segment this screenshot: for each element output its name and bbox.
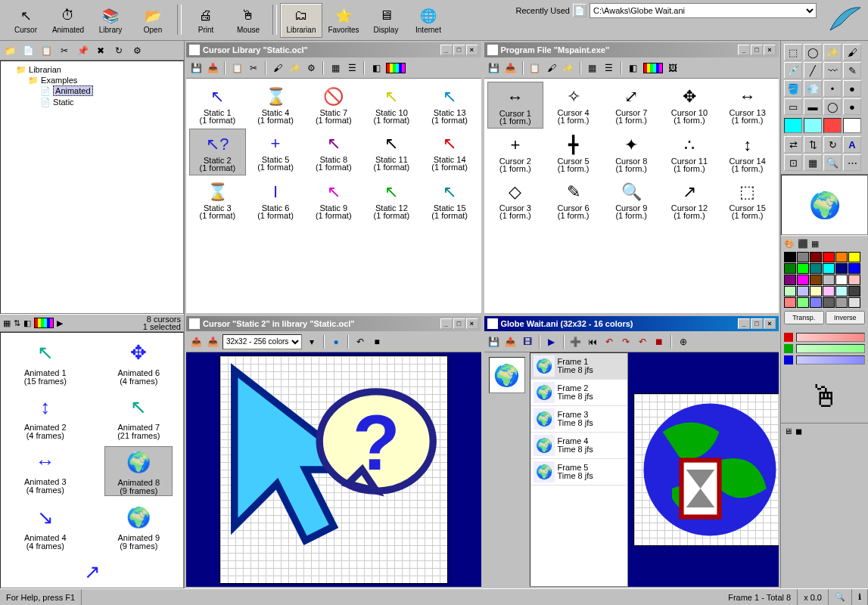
export-icon[interactable]: 📤	[189, 335, 203, 349]
librarian-tree[interactable]: Librarian Examples 📄 Animated 📄 Static	[0, 60, 184, 314]
toolbar-internet-button[interactable]: 🌐Internet	[407, 3, 450, 38]
palette-color[interactable]	[784, 297, 796, 308]
monitor-icon[interactable]: 🖥	[784, 427, 792, 436]
cut-icon[interactable]: ✂	[247, 61, 260, 75]
anim-item[interactable]: ✥Animated 6(4 frames)	[104, 337, 173, 386]
palette-color[interactable]	[784, 252, 796, 262]
line-tool-icon[interactable]: ╱	[804, 62, 822, 79]
cursor-item[interactable]: ↖Static 1(1 format)	[189, 82, 246, 127]
palette-color[interactable]	[835, 275, 848, 285]
play-icon[interactable]: ▶	[545, 335, 558, 349]
dot2-icon[interactable]: ●	[843, 80, 861, 97]
brush-icon[interactable]: 🖌	[271, 61, 285, 75]
frame-item[interactable]: 🌍Frame 3Time 8 jfs	[530, 406, 627, 433]
grid-toggle-icon[interactable]: ▦	[804, 154, 822, 171]
more-icon[interactable]: ⋯	[843, 154, 861, 171]
lasso-tool-icon[interactable]: ◯	[804, 44, 822, 60]
frame-item[interactable]: 🌍Frame 1Time 8 jfs	[530, 353, 627, 380]
cursor-item[interactable]: ↖Static 11(1 format)	[363, 129, 420, 175]
status-info-icon[interactable]: ℹ	[852, 589, 868, 605]
anim-item[interactable]: ↖Animated 1(15 frames)	[11, 337, 79, 386]
brush-icon[interactable]: 🖌	[545, 61, 558, 75]
copy-icon[interactable]: 📋	[230, 61, 244, 75]
cursor-item[interactable]: ⌛Static 3(1 format)	[189, 177, 246, 222]
folder-up-icon[interactable]: 📁	[3, 44, 17, 57]
flip-v-icon[interactable]: ⇅	[804, 136, 822, 153]
toolbar-display-button[interactable]: 🖥Display	[365, 3, 407, 38]
import-icon[interactable]: 📥	[504, 61, 518, 75]
palette-color[interactable]	[797, 275, 809, 285]
cursor-item[interactable]: ↕Cursor 14(1 form.)	[719, 130, 776, 175]
frect-tool-icon[interactable]: ▬	[804, 98, 822, 115]
palette-color[interactable]	[797, 297, 809, 308]
cursor-item[interactable]: IStatic 6(1 format)	[247, 177, 304, 222]
select-tool-icon[interactable]: ⬚	[784, 44, 802, 60]
frame-list[interactable]: 🌍Frame 1Time 8 jfs🌍Frame 2Time 8 jfs🌍Fra…	[530, 352, 628, 587]
palette-color[interactable]	[823, 263, 835, 274]
cursor-item[interactable]: ∴Cursor 11(1 form.)	[661, 130, 718, 175]
palette-color[interactable]	[835, 286, 848, 296]
cursor-item[interactable]: ✎Cursor 6(1 form.)	[545, 177, 602, 222]
list-icon[interactable]: ☰	[602, 61, 616, 75]
recent-dropdown[interactable]: C:\Awaks\Globe Wait.ani	[590, 3, 817, 18]
palette-color[interactable]	[835, 297, 848, 308]
palette-color[interactable]	[823, 297, 835, 308]
undo-icon[interactable]: ↶	[353, 335, 367, 349]
palette-color[interactable]	[784, 263, 796, 274]
color-blank[interactable]	[843, 118, 861, 133]
g-slider[interactable]	[796, 344, 865, 353]
palette-color[interactable]	[848, 263, 860, 274]
curve-tool-icon[interactable]: 〰	[823, 62, 842, 79]
recent-icon[interactable]: 📄	[573, 4, 586, 17]
close-button[interactable]: ×	[764, 45, 776, 55]
cursor-item[interactable]: ↔Cursor 13(1 form.)	[719, 82, 776, 129]
anim-item[interactable]: ↘Animated 4(4 frames)	[11, 502, 79, 551]
refresh-icon[interactable]: ↻	[112, 44, 126, 57]
rect-tool-icon[interactable]: ▭	[784, 98, 802, 115]
ellipse-tool-icon[interactable]: ◯	[823, 98, 842, 115]
anim-item[interactable]: ↖Animated 7(21 frames)	[104, 392, 173, 440]
anim-item[interactable]: 🌍Animated 8(9 frames)	[104, 446, 173, 496]
anim-item[interactable]: ↕Animated 2(4 frames)	[11, 392, 79, 440]
undo2-icon[interactable]: ↶	[636, 335, 649, 349]
palette-color[interactable]	[835, 263, 848, 274]
tree-root[interactable]: Librarian Examples 📄 Animated 📄 Static	[16, 64, 180, 110]
wand-icon[interactable]: ✨	[562, 61, 575, 75]
fill-tool-icon[interactable]: 🪣	[784, 80, 802, 97]
dot1-icon[interactable]: •	[823, 80, 842, 97]
palette-opt1-icon[interactable]: 🎨	[784, 239, 795, 249]
cursor-item[interactable]: ✧Cursor 4(1 form.)	[545, 82, 602, 129]
palette-color[interactable]	[810, 275, 822, 285]
export-icon[interactable]: 📤	[504, 335, 518, 349]
cursor-item[interactable]: ↖Static 9(1 format)	[305, 177, 362, 222]
toolbar-librarian-button[interactable]: 🗂Librarian	[280, 3, 322, 38]
brush-tool-icon[interactable]: 🖌	[843, 44, 861, 60]
b-slider[interactable]	[796, 355, 865, 365]
square-icon[interactable]: ◼	[795, 427, 802, 436]
grid-icon[interactable]: ▦	[328, 61, 342, 75]
toolbar-open-button[interactable]: 📂Open	[132, 3, 174, 38]
tree-static[interactable]: 📄 Static	[40, 97, 180, 108]
maximize-button[interactable]: □	[751, 318, 763, 329]
text-tool-icon[interactable]: A	[843, 136, 861, 153]
play-icon[interactable]: ▶	[57, 318, 63, 328]
tree-examples[interactable]: Examples 📄 Animated 📄 Static	[28, 75, 180, 109]
bw-icon[interactable]: ◧	[23, 318, 31, 328]
palette-color[interactable]	[823, 275, 835, 285]
editor-canvas[interactable]: ?	[220, 356, 447, 583]
close-button[interactable]: ×	[764, 318, 776, 329]
cursor-item[interactable]: ↖?Static 2(1 format)	[189, 129, 246, 175]
circle-icon[interactable]: ●	[329, 335, 343, 349]
crop-icon[interactable]: ⊡	[784, 154, 802, 171]
color-red[interactable]	[823, 118, 842, 133]
close-button[interactable]: ×	[466, 318, 478, 329]
zoom-icon[interactable]: 🔍	[823, 154, 842, 171]
minimize-button[interactable]: _	[738, 45, 750, 55]
anim-item[interactable]: ↔Animated 3(4 frames)	[11, 446, 79, 496]
palette-color[interactable]	[784, 275, 796, 285]
toolbar-cursor-button[interactable]: ↖Cursor	[5, 3, 47, 38]
save-icon[interactable]: 💾	[487, 335, 501, 349]
cursor-item[interactable]: ↔Cursor 1(1 form.)	[487, 82, 544, 129]
undo-icon[interactable]: ↶	[602, 335, 616, 349]
copy-icon[interactable]: 📋	[528, 61, 542, 75]
